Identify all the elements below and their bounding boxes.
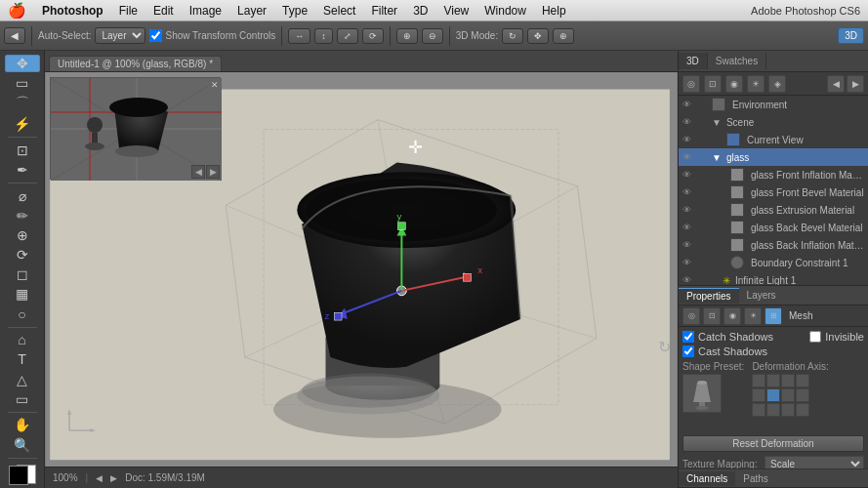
tool-move[interactable]: ✥ — [5, 55, 40, 72]
panel-nav-right[interactable]: ▶ — [847, 75, 864, 93]
catch-shadows-checkbox[interactable] — [682, 331, 694, 343]
panel-icon-camera[interactable]: ◈ — [768, 75, 786, 93]
shape-preset-thumb[interactable] — [682, 374, 722, 413]
menu-layer[interactable]: Layer — [229, 2, 274, 20]
tree-row-boundary-constraint[interactable]: 👁 Boundary Constraint 1 — [679, 254, 868, 271]
eye-glass-back-inflation[interactable]: 👁 — [682, 240, 694, 250]
tree-row-glass-back-bevel[interactable]: 👁 glass Back Bevel Material — [679, 219, 868, 236]
menu-window[interactable]: Window — [476, 2, 534, 20]
prop-icon-2[interactable]: ⊡ — [703, 307, 721, 325]
panel-icon-light[interactable]: ☀ — [747, 75, 765, 93]
toolbar-btn-2[interactable]: ↕ — [314, 28, 333, 44]
3d-pan-btn[interactable]: ✥ — [527, 28, 549, 44]
canvas-content[interactable]: ✛ x y z ↻ ✕ — [45, 72, 678, 467]
auto-select-dropdown[interactable]: Layer — [95, 27, 145, 44]
toolbar-back-btn[interactable]: ◀ — [4, 27, 25, 44]
eye-infinite-light[interactable]: 👁 — [682, 275, 694, 285]
panel-icon-scene[interactable]: ◎ — [682, 75, 700, 93]
tree-row-glass-front-inflation[interactable]: 👁 glass Front Inflation Mate... — [679, 166, 868, 183]
toolbar-btn-1[interactable]: ↔ — [288, 28, 310, 44]
menu-filter[interactable]: Filter — [363, 2, 405, 20]
cast-shadows-checkbox[interactable] — [682, 346, 694, 357]
tree-row-glass-front-bevel[interactable]: 👁 glass Front Bevel Material — [679, 183, 868, 201]
tool-crop[interactable]: ⊡ — [5, 142, 40, 159]
tool-text[interactable]: T — [5, 350, 40, 368]
deform-cell-2[interactable] — [766, 374, 780, 387]
deform-cell-6[interactable] — [766, 388, 780, 402]
menu-select[interactable]: Select — [315, 2, 363, 20]
tab-paths[interactable]: Paths — [735, 471, 776, 486]
tree-row-glass-extrusion[interactable]: 👁 glass Extrusion Material — [679, 201, 868, 219]
deform-cell-5[interactable] — [752, 388, 765, 402]
tool-pen[interactable]: ⌂ — [5, 331, 40, 348]
deform-cell-12[interactable] — [796, 403, 809, 417]
eye-scene[interactable]: 👁 — [682, 117, 694, 127]
menu-type[interactable]: Type — [274, 2, 315, 20]
prop-icon-4[interactable]: ☀ — [744, 307, 762, 325]
deform-cell-4[interactable] — [796, 374, 809, 387]
menu-view[interactable]: View — [435, 2, 476, 20]
texture-mapping-select[interactable]: Scale — [765, 456, 864, 468]
tool-zoom[interactable]: 🔍 — [5, 436, 40, 454]
deform-cell-10[interactable] — [766, 403, 780, 417]
tool-dodge[interactable]: ○ — [5, 305, 40, 323]
3d-mode-btn[interactable]: 3D — [838, 27, 864, 44]
tool-shape[interactable]: ▭ — [5, 390, 40, 408]
tree-row-glass-back-inflation[interactable]: 👁 glass Back Inflation Material — [679, 236, 868, 254]
prop-icon-1[interactable]: ◎ — [682, 307, 700, 325]
transform-controls-checkbox[interactable] — [149, 29, 162, 42]
menu-edit[interactable]: Edit — [145, 2, 182, 20]
eye-glass-extrusion[interactable]: 👁 — [682, 205, 694, 215]
eye-glass-front-bevel[interactable]: 👁 — [682, 187, 694, 197]
deform-cell-7[interactable] — [781, 388, 795, 402]
invisible-checkbox[interactable] — [809, 331, 821, 343]
tool-path[interactable]: △ — [5, 371, 40, 388]
prop-icon-mesh[interactable]: ⊞ — [765, 307, 782, 325]
deform-cell-9[interactable] — [752, 403, 765, 417]
thumb-nav-right[interactable]: ▶ — [206, 165, 220, 179]
panel-nav-left[interactable]: ◀ — [827, 75, 845, 93]
apple-menu[interactable]: 🍎 — [8, 2, 26, 20]
tree-row-current-view[interactable]: 👁 Current View — [679, 131, 868, 148]
tree-row-scene[interactable]: 👁 ▼ Scene — [679, 113, 868, 131]
foreground-color-swatch[interactable] — [9, 466, 28, 485]
tool-hand[interactable]: ✋ — [5, 416, 40, 433]
eye-glass-back-bevel[interactable]: 👁 — [682, 223, 694, 232]
toolbar-btn-5[interactable]: ⊕ — [396, 28, 418, 44]
status-prev-btn[interactable]: ◀ — [96, 473, 103, 483]
deform-cell-3[interactable] — [781, 374, 795, 387]
menu-3d[interactable]: 3D — [405, 2, 435, 20]
tab-3d[interactable]: 3D — [679, 53, 708, 69]
tab-swatches[interactable]: Swatches — [708, 53, 766, 69]
tool-brush[interactable]: ✏ — [5, 207, 40, 224]
tool-gradient[interactable]: ▦ — [5, 285, 40, 303]
menu-image[interactable]: Image — [182, 2, 229, 20]
toolbar-btn-3[interactable]: ⤢ — [337, 28, 358, 44]
scene-tree[interactable]: 👁 Environment 👁 ▼ Scene 👁 Current View — [679, 96, 868, 286]
toolbar-btn-6[interactable]: ⊖ — [422, 28, 443, 44]
prop-icon-3[interactable]: ◉ — [723, 307, 741, 325]
menu-photoshop[interactable]: Photoshop — [34, 2, 111, 20]
menu-file[interactable]: File — [111, 2, 145, 20]
3d-rotate-btn[interactable]: ↻ — [502, 28, 523, 44]
eye-current-view[interactable]: 👁 — [682, 135, 694, 144]
tool-wand[interactable]: ⚡ — [5, 115, 40, 133]
thumb-nav-left[interactable]: ◀ — [191, 165, 205, 179]
tab-layers[interactable]: Layers — [739, 288, 784, 303]
tree-row-infinite-light[interactable]: 👁 ✳ Infinite Light 1 — [679, 271, 868, 286]
tree-row-environment[interactable]: 👁 Environment — [679, 96, 868, 113]
tool-marquee[interactable]: ▭ — [5, 74, 40, 92]
tool-stamp[interactable]: ⊕ — [5, 226, 40, 244]
toolbar-btn-4[interactable]: ⟳ — [362, 28, 384, 44]
panel-icon-mesh[interactable]: ⊡ — [704, 75, 722, 93]
tree-row-glass[interactable]: 👁 ▼ glass — [679, 148, 868, 166]
eye-glass-front-inflation[interactable]: 👁 — [682, 170, 694, 180]
tool-history[interactable]: ⟳ — [5, 246, 40, 264]
deform-cell-8[interactable] — [796, 388, 809, 402]
deform-cell-1[interactable] — [752, 374, 765, 387]
eye-environment[interactable]: 👁 — [682, 100, 694, 109]
tool-healing[interactable]: ⌀ — [5, 187, 40, 205]
menu-help[interactable]: Help — [534, 2, 574, 20]
status-next-btn[interactable]: ▶ — [110, 473, 117, 483]
eye-boundary-constraint[interactable]: 👁 — [682, 258, 694, 267]
